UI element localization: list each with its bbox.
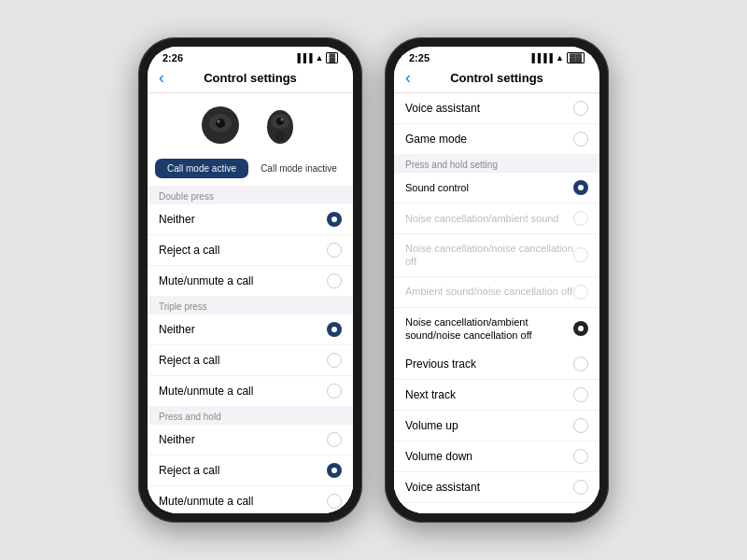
option-label: Reject a call bbox=[159, 354, 219, 367]
radio-unselected[interactable] bbox=[573, 418, 588, 433]
option-label: Voice assistant bbox=[405, 102, 480, 115]
list-item[interactable]: Reject a call bbox=[148, 235, 353, 266]
radio-unselected[interactable] bbox=[327, 494, 342, 509]
radio-unselected[interactable] bbox=[573, 387, 588, 402]
option-label: Neither bbox=[159, 213, 195, 226]
radio-unselected bbox=[573, 285, 588, 300]
list-item[interactable]: Mute/unmute a call bbox=[148, 486, 353, 513]
section-header-hold: Press and hold bbox=[148, 406, 353, 425]
status-icons-1: ▐▐▐ ▲ ▓ bbox=[294, 52, 338, 63]
option-label: Previous track bbox=[405, 357, 476, 371]
time-1: 2:26 bbox=[162, 52, 183, 63]
page-title-1: Control settings bbox=[204, 71, 297, 85]
option-label: Voice assistant bbox=[405, 481, 480, 494]
option-label: Noise cancellation/ambient sound bbox=[405, 212, 559, 225]
back-button-2[interactable]: ‹ bbox=[405, 68, 411, 88]
radio-unselected[interactable] bbox=[327, 432, 342, 447]
option-label: Sound control bbox=[405, 181, 469, 194]
tab-call-active[interactable]: Call mode active bbox=[155, 159, 248, 178]
list-item[interactable]: Previous track bbox=[394, 349, 599, 380]
option-label: Game mode bbox=[405, 133, 467, 146]
hold-group: Neither Reject a call Mute/unmute a call bbox=[148, 425, 353, 513]
radio-black-selected[interactable] bbox=[573, 321, 588, 336]
list-item[interactable]: Reject a call bbox=[148, 455, 353, 486]
list-item[interactable]: Volume up bbox=[394, 411, 599, 441]
wifi-icon: ▲ bbox=[556, 53, 564, 63]
back-button-1[interactable]: ‹ bbox=[159, 68, 164, 88]
option-label: Mute/unmute a call bbox=[159, 385, 253, 398]
option-label: Ambient sound/noise cancellation off bbox=[405, 285, 572, 298]
radio-unselected bbox=[573, 211, 588, 226]
radio-unselected[interactable] bbox=[327, 353, 342, 368]
signal-icon: ▐▐▐▐ bbox=[529, 53, 553, 63]
list-item: Noise cancellation/noise cancellation of… bbox=[394, 234, 599, 277]
screen-content-2: Voice assistant Game mode Press and hold… bbox=[394, 93, 599, 513]
option-label: Noise cancellation/ambient sound/noise c… bbox=[405, 315, 564, 343]
radio-unselected[interactable] bbox=[327, 243, 342, 258]
list-item[interactable]: Game mode bbox=[394, 503, 599, 513]
option-label: Mute/unmute a call bbox=[159, 495, 253, 508]
list-item[interactable]: Game mode bbox=[394, 124, 599, 154]
option-label: Neither bbox=[159, 433, 195, 446]
list-item: Ambient sound/noise cancellation off bbox=[394, 277, 599, 308]
phone-2: 2:25 ▐▐▐▐ ▲ ▓▓ ‹ Control settings Voice … bbox=[385, 37, 609, 523]
radio-unselected[interactable] bbox=[573, 101, 588, 116]
list-item[interactable]: Neither bbox=[148, 315, 353, 345]
list-item[interactable]: Noise cancellation/ambient sound/noise c… bbox=[394, 308, 599, 350]
list-item[interactable]: Reject a call bbox=[148, 345, 353, 376]
option-label: Neither bbox=[159, 323, 195, 336]
option-label: Next track bbox=[405, 388, 456, 401]
radio-unselected[interactable] bbox=[573, 357, 588, 371]
option-label: Reject a call bbox=[159, 464, 219, 477]
radio-unselected[interactable] bbox=[573, 449, 588, 464]
time-2: 2:25 bbox=[409, 52, 430, 63]
radio-selected[interactable] bbox=[327, 463, 342, 478]
svg-point-2 bbox=[216, 119, 225, 128]
page-title-2: Control settings bbox=[450, 71, 543, 85]
option-label: Noise cancellation/noise cancellation of… bbox=[405, 242, 573, 269]
radio-selected[interactable] bbox=[573, 180, 588, 195]
option-label: Reject a call bbox=[159, 244, 219, 257]
section-header-double: Double press bbox=[148, 186, 353, 204]
list-item[interactable]: Mute/unmute a call bbox=[148, 376, 353, 406]
list-item: Noise cancellation/ambient sound bbox=[394, 203, 599, 234]
radio-selected[interactable] bbox=[327, 212, 342, 227]
radio-unselected[interactable] bbox=[573, 480, 588, 495]
list-item[interactable]: Neither bbox=[148, 425, 353, 455]
list-item[interactable]: Volume down bbox=[394, 441, 599, 472]
bottom-group: Previous track Next track Volume up Volu… bbox=[394, 349, 599, 513]
screen-content-1: Call mode active Call mode inactive Doub… bbox=[148, 93, 353, 513]
tab-call-inactive[interactable]: Call mode inactive bbox=[252, 159, 345, 178]
phone-1: 2:26 ▐▐▐ ▲ ▓ ‹ Control settings bbox=[138, 37, 362, 523]
list-item[interactable]: Voice assistant bbox=[394, 472, 599, 503]
option-label: Volume up bbox=[405, 419, 458, 432]
left-earbud-icon bbox=[198, 103, 243, 147]
radio-selected[interactable] bbox=[327, 322, 342, 337]
battery-icon: ▓▓ bbox=[567, 52, 585, 63]
svg-point-7 bbox=[281, 119, 284, 121]
radio-unselected[interactable] bbox=[573, 132, 588, 147]
option-label: Volume down bbox=[405, 450, 472, 463]
list-item[interactable]: Voice assistant bbox=[394, 93, 599, 124]
list-item[interactable]: Neither bbox=[148, 204, 353, 235]
earbuds-section bbox=[148, 93, 353, 155]
list-item[interactable]: Mute/unmute a call bbox=[148, 266, 353, 296]
wifi-icon: ▲ bbox=[316, 53, 324, 63]
tab-bar: Call mode active Call mode inactive bbox=[148, 155, 353, 186]
option-label: Game mode bbox=[405, 511, 467, 513]
list-item[interactable]: Sound control bbox=[394, 173, 599, 203]
status-bar-2: 2:25 ▐▐▐▐ ▲ ▓▓ bbox=[394, 47, 599, 65]
radio-unselected[interactable] bbox=[327, 273, 342, 288]
list-item[interactable]: Next track bbox=[394, 380, 599, 411]
double-press-group: Neither Reject a call Mute/unmute a call bbox=[148, 204, 353, 296]
battery-icon: ▓ bbox=[326, 52, 338, 63]
right-earbud-icon bbox=[258, 103, 303, 147]
nav-bar-2: ‹ Control settings bbox=[394, 65, 599, 93]
radio-unselected[interactable] bbox=[573, 511, 588, 513]
section-header-triple: Triple press bbox=[148, 296, 353, 315]
svg-point-3 bbox=[218, 120, 220, 123]
section-header-hold-setting: Press and hold setting bbox=[394, 154, 599, 173]
radio-unselected[interactable] bbox=[327, 384, 342, 399]
svg-point-8 bbox=[275, 131, 285, 142]
hold-setting-group: Sound control Noise cancellation/ambient… bbox=[394, 173, 599, 349]
